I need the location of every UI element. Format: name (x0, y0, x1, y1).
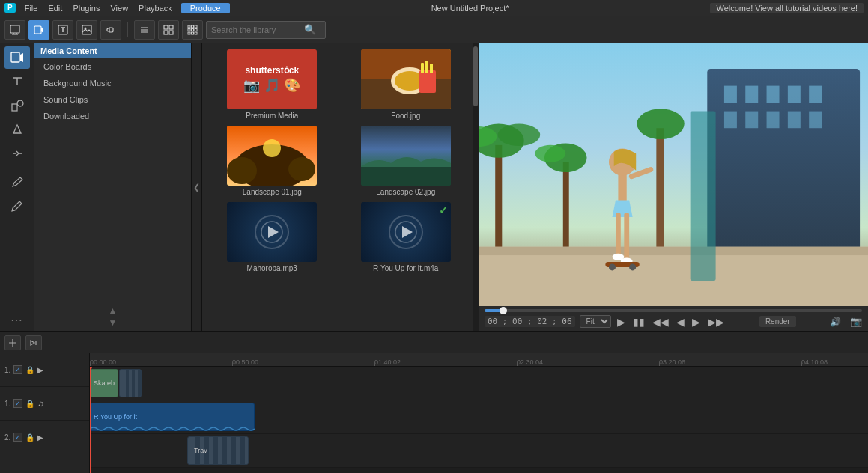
main-toolbar: 🔍 (0, 16, 868, 43)
media-item-mahoroba[interactable]: Mahoroba.mp3 (208, 202, 336, 272)
snapshot-icon[interactable]: 📷 (850, 316, 862, 327)
render-button[interactable]: Render (759, 316, 796, 327)
grid3-view-button[interactable] (182, 20, 203, 40)
shutterstock-thumb: shutterstȯck 📷 🎵 🎨 (227, 49, 317, 109)
next-button[interactable]: ▶ (691, 316, 702, 328)
clip-label-ryouup: R You Up for it (94, 413, 137, 421)
svg-rect-1 (34, 26, 41, 34)
preview-timecode: 00 ; 00 ; 02 ; 06 (485, 316, 575, 327)
svg-rect-17 (195, 32, 197, 34)
volume-icon[interactable]: 🔊 (830, 317, 841, 327)
media-item-food[interactable]: Food.jpg (342, 49, 470, 120)
timeline-track-2[interactable]: R You Up for it (90, 400, 868, 434)
media-panel-item-background[interactable]: Background Music (34, 75, 191, 91)
track-2-checkbox[interactable]: ✓ (13, 399, 22, 408)
import-button[interactable] (4, 20, 25, 40)
timeline: 1. ✓ 🔒 ▶ 1. ✓ 🔒 ♫ 2. ✓ 🔒 ▶ 00:00:00 (0, 331, 868, 473)
clip-video2[interactable] (119, 369, 142, 397)
welcome-message[interactable]: Welcome! View all tutorial videos here! (710, 3, 864, 13)
sidebar-icon-pen[interactable] (4, 171, 30, 193)
scroll-up-arrow[interactable]: ▲ (109, 305, 118, 316)
audio-tab-button[interactable] (100, 20, 121, 40)
svg-rect-44 (767, 86, 780, 103)
food-thumb (361, 49, 451, 109)
track-1-lock[interactable]: 🔒 (25, 366, 34, 374)
media-panel-header: Media Content (34, 43, 191, 58)
track-1-checkbox[interactable]: ✓ (13, 365, 22, 374)
track-2-lock[interactable]: 🔒 (25, 400, 34, 408)
timeline-split-button[interactable] (4, 335, 21, 350)
timeline-track-1[interactable]: Skateb (90, 367, 868, 400)
menu-edit[interactable]: Edit (48, 4, 62, 13)
scroll-down-arrow[interactable]: ▼ (109, 317, 118, 328)
sidebar-icon-media[interactable] (4, 46, 30, 69)
svg-rect-8 (169, 31, 173, 34)
timeline-ruler: 00:00:00 00:50:00 01:40:02 02:30:04 03:2… (90, 353, 868, 367)
next-frame-button[interactable]: ▶▶ (706, 316, 726, 328)
play-button[interactable]: ▶ (616, 316, 627, 328)
media-panel: Media Content Color Boards Background Mu… (34, 43, 192, 331)
playhead[interactable] (90, 367, 91, 473)
svg-rect-35 (361, 167, 451, 186)
media-item-premium[interactable]: shutterstȯck 📷 🎵 🎨 Premium Media (208, 49, 336, 120)
menu-view[interactable]: View (110, 4, 128, 13)
content-scrollbar[interactable] (473, 43, 479, 331)
preview-fit-select[interactable]: Fit (580, 315, 611, 328)
sidebar-icon-effects[interactable] (4, 118, 30, 141)
track-3-lock[interactable]: 🔒 (25, 433, 34, 442)
sidebar-icon-shapes[interactable] (4, 94, 30, 117)
svg-rect-52 (495, 145, 502, 264)
toolbar-separator-1 (127, 22, 128, 37)
svg-rect-13 (192, 28, 194, 31)
svg-rect-11 (195, 25, 197, 28)
track-3-checkbox[interactable]: ✓ (13, 433, 22, 442)
produce-button[interactable]: Produce (181, 3, 230, 13)
track-number-3: 2. (4, 433, 10, 442)
panel-collapse-button[interactable]: ❮ (192, 43, 202, 331)
image-tab-button[interactable] (76, 20, 97, 40)
media-panel-item-colorboards[interactable]: Color Boards (34, 58, 191, 75)
menu-playback[interactable]: Playback (139, 4, 172, 13)
content-grid[interactable]: shutterstȯck 📷 🎵 🎨 Premium Media (202, 43, 479, 331)
sidebar-icon-more[interactable]: ⋯ (4, 308, 30, 331)
media-panel-item-downloaded[interactable]: Downloaded (34, 108, 191, 124)
sidebar-icon-transitions[interactable] (4, 142, 30, 165)
landscape01-thumb (227, 126, 317, 186)
media-item-ryouup[interactable]: ✓ R You Up for It.m4a (342, 202, 470, 272)
title-tab-button[interactable] (52, 20, 73, 40)
grid2-view-button[interactable] (158, 20, 179, 40)
menu-plugins[interactable]: Plugins (73, 4, 100, 13)
svg-rect-9 (188, 25, 190, 28)
stop-button[interactable]: ▮▮ (631, 316, 646, 328)
video-tab-button[interactable] (28, 20, 49, 40)
svg-rect-5 (164, 25, 168, 29)
clip-skateb[interactable]: Skateb (90, 369, 118, 397)
media-panel-item-soundclips[interactable]: Sound Clips (34, 91, 191, 108)
ruler-mark-1: 00:50:00 (232, 358, 258, 366)
media-thumb-mahoroba (227, 202, 317, 262)
track-2-icon: ♫ (37, 399, 43, 408)
svg-rect-43 (745, 86, 758, 103)
search-box[interactable]: 🔍 (206, 21, 326, 39)
svg-rect-6 (169, 25, 173, 29)
media-item-landscape02[interactable]: Landscape 02.jpg (342, 126, 470, 196)
svg-rect-62 (479, 247, 868, 255)
search-input[interactable] (211, 25, 301, 34)
menu-file[interactable]: File (25, 4, 38, 13)
list-view-button[interactable] (134, 20, 155, 40)
prev-frame-button[interactable]: ◀◀ (651, 316, 670, 328)
clip-trav[interactable]: Trav (187, 436, 249, 465)
svg-point-60 (637, 109, 684, 139)
timeline-track-3[interactable]: Trav (90, 434, 868, 468)
media-item-landscape01[interactable]: Landscape 01.jpg (208, 126, 336, 196)
prev-button[interactable]: ◀ (675, 316, 686, 328)
sidebar-icon-brush[interactable] (4, 195, 30, 217)
ruler-mark-3: 02:30:04 (517, 358, 543, 366)
svg-point-31 (227, 157, 257, 184)
preview-progress-slider[interactable] (485, 309, 862, 312)
sidebar-icon-text[interactable] (4, 70, 30, 93)
svg-rect-50 (788, 112, 801, 129)
svg-rect-12 (188, 28, 190, 31)
timeline-skip-button[interactable] (25, 335, 42, 350)
clip-label-skateb: Skateb (94, 379, 115, 387)
